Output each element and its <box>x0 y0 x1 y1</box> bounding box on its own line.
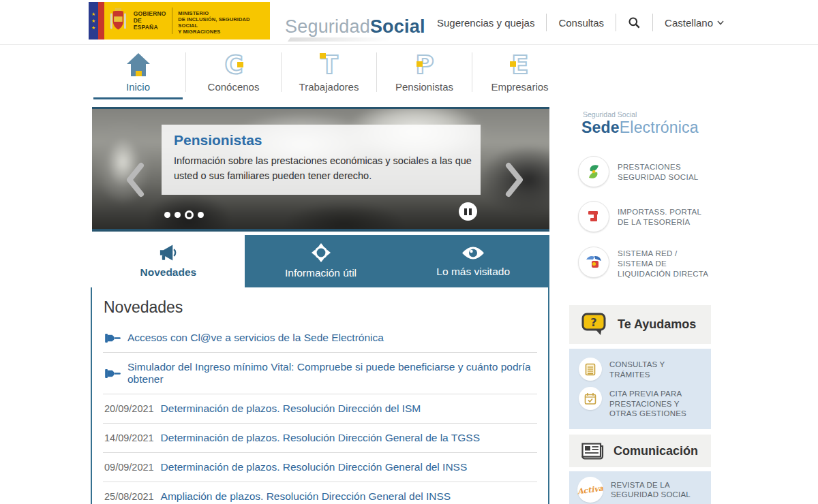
chevron-down-icon <box>717 20 724 25</box>
tab-label: Novedades <box>140 266 196 279</box>
newspaper-icon <box>581 442 604 460</box>
language-label: Castellano <box>665 17 713 29</box>
calendar-check-icon <box>579 387 602 410</box>
carousel-pause-button[interactable] <box>459 202 477 221</box>
page: ★★★ GOBIERNO DE ESPAÑA MINISTERIO DE INC… <box>0 0 818 504</box>
news-link[interactable]: Accesos con Cl@ve a servicios de la Sede… <box>127 332 384 344</box>
gobierno-line1: GOBIERNO <box>134 10 167 17</box>
te-ayudamos-header[interactable]: ? Te Ayudamos <box>569 305 711 344</box>
nav-label: Trabajadores <box>299 81 359 93</box>
service-label: PRESTACIONES SEGURIDAD SOCIAL <box>618 156 714 183</box>
service-sistema-red[interactable]: SISTEMA RED / SISTEMA DE LIQUIDACIÓN DIR… <box>578 247 714 279</box>
content-tabbar: Novedades Información útil Lo más visita… <box>92 235 549 287</box>
slide-text: Información sobre las prestaciones econó… <box>174 153 474 184</box>
carousel-dot-2[interactable] <box>175 212 181 218</box>
hero-carousel: Pensionistas Información sobre las prest… <box>92 107 549 232</box>
revista-item[interactable]: Activa REVISTA DE LA SEGURIDAD SOCIAL <box>577 477 704 503</box>
sede-electronica-logo[interactable]: Seguridad Social SedeElectrónica <box>581 110 699 137</box>
te-ayudamos-title: Te Ayudamos <box>618 317 696 332</box>
site-header: ★★★ GOBIERNO DE ESPAÑA MINISTERIO DE INC… <box>0 0 818 45</box>
letter-e-icon: E <box>506 46 534 78</box>
language-selector[interactable]: Castellano <box>665 17 724 29</box>
news-link[interactable]: Simulador del Ingreso mínimo Vital: Comp… <box>127 361 536 385</box>
dated-news-row: 14/09/2021 Determinación de plazos. Reso… <box>103 424 537 453</box>
brand-swoosh <box>288 37 417 42</box>
seguridad-social-logo[interactable]: SeguridadSocial <box>285 16 425 37</box>
ministerio-line2: DE INCLUSIÓN, SEGURIDAD SOCIAL <box>178 16 267 29</box>
help-item-cita-previa[interactable]: CITA PREVIA PARA PRESTACIONES Y OTRAS GE… <box>579 387 704 419</box>
news-link[interactable]: Determinación de plazos. Resolución Dire… <box>161 432 480 444</box>
nav-item-trabajadores[interactable]: T Trabajadores <box>282 46 376 99</box>
menu-consultas-link[interactable]: Consultas <box>558 17 604 29</box>
tab-novedades[interactable]: Novedades <box>92 235 245 287</box>
chevron-left-icon <box>125 162 145 198</box>
carousel-slide-card[interactable]: Pensionistas Información sobre las prest… <box>162 125 481 195</box>
revista-label: REVISTA DE LA SEGURIDAD SOCIAL <box>611 480 699 500</box>
help-item-label: CITA PREVIA PARA PRESTACIONES Y OTRAS GE… <box>609 387 704 419</box>
carousel-dot-4[interactable] <box>198 212 204 218</box>
notepad-icon <box>579 358 602 381</box>
comunicacion-items: Activa REVISTA DE LA SEGURIDAD SOCIAL <box>569 471 711 504</box>
sede-main-text: SedeElectrónica <box>581 119 699 137</box>
tab-informacion-util[interactable]: Información útil <box>245 235 397 287</box>
service-importass[interactable]: IMPORTASS. PORTAL DE LA TESORERÍA <box>578 201 714 232</box>
home-icon <box>125 46 152 78</box>
nav-item-empresarios[interactable]: E Empresarios <box>472 46 567 99</box>
dated-news-row: 20/09/2021 Determinación de plazos. Reso… <box>103 394 537 424</box>
letter-t-icon: T <box>316 46 343 78</box>
nav-item-inicio[interactable]: Inicio <box>91 46 185 99</box>
news-date: 25/08/2021 <box>104 491 154 502</box>
dated-news-row: 25/08/2021 Ampliación de plazos. Resoluc… <box>103 482 537 504</box>
comunicacion-title: Comunicación <box>614 444 698 458</box>
service-prestaciones[interactable]: PRESTACIONES SEGURIDAD SOCIAL <box>578 156 714 187</box>
carousel-dot-3-active[interactable] <box>185 210 194 219</box>
novedades-panel: Novedades Accesos con Cl@ve a servicios … <box>91 287 549 504</box>
menu-sugerencias-link[interactable]: Sugerencias y quejas <box>437 17 534 29</box>
nav-item-pensionistas[interactable]: P Pensionistas <box>377 46 472 99</box>
importass-icon <box>578 201 609 232</box>
nav-label: Inicio <box>126 81 150 93</box>
carousel-next-button[interactable] <box>504 162 525 200</box>
dated-news-row: 09/09/2021 Determinación de plazos. Reso… <box>103 453 537 482</box>
nav-label: Empresarios <box>491 81 548 93</box>
ministerio-line3: Y MIGRACIONES <box>178 29 267 35</box>
eu-stars-strip: ★★★ <box>89 2 98 40</box>
novedades-heading: Novedades <box>104 298 537 317</box>
news-link[interactable]: Determinación de plazos. Resolución Dire… <box>161 403 421 415</box>
gobierno-logo[interactable]: ★★★ GOBIERNO DE ESPAÑA MINISTERIO DE INC… <box>89 2 270 40</box>
tab-label: Lo más visitado <box>436 266 510 278</box>
pushpin-icon <box>104 368 121 379</box>
nav-item-conocenos[interactable]: C Conócenos <box>186 46 281 99</box>
help-item-consultas[interactable]: CONSULTAS Y TRÁMITES <box>579 358 704 381</box>
tab-lo-mas-visitado[interactable]: Lo más visitado <box>397 235 549 287</box>
activa-logo: Activa <box>577 477 603 503</box>
sistema-red-icon <box>578 247 609 278</box>
carousel-dot-1[interactable] <box>164 212 170 218</box>
ministerio-line1: MINISTERIO <box>178 10 267 16</box>
coat-of-arms-icon <box>108 6 128 35</box>
gobierno-line2: DE ESPAÑA <box>134 17 167 31</box>
slide-title: Pensionistas <box>174 132 468 148</box>
comunicacion-header[interactable]: Comunicación <box>569 435 711 467</box>
chevron-right-icon <box>504 162 525 198</box>
letter-c-icon: C <box>220 46 247 78</box>
pushpin-icon <box>104 332 121 344</box>
carousel-prev-button[interactable] <box>125 162 145 200</box>
question-bubble-icon: ? <box>581 312 608 337</box>
carousel-dots <box>164 210 204 219</box>
news-date: 09/09/2021 <box>104 462 154 473</box>
prestaciones-icon <box>578 156 609 187</box>
search-icon[interactable] <box>628 16 641 29</box>
news-link[interactable]: Determinación de plazos. Resolución Dire… <box>161 461 468 473</box>
pause-icon <box>464 208 467 215</box>
megaphone-icon <box>158 244 178 262</box>
svg-text:?: ? <box>590 316 596 329</box>
brand-bold: Social <box>370 16 425 37</box>
news-link[interactable]: Ampliación de plazos. Resolución Direcci… <box>161 490 451 503</box>
eye-icon <box>461 245 485 261</box>
service-label: SISTEMA RED / SISTEMA DE LIQUIDACIÓN DIR… <box>618 247 714 279</box>
pinned-news-row: Simulador del Ingreso mínimo Vital: Comp… <box>103 353 537 394</box>
letter-p-icon: P <box>411 46 438 78</box>
menu-separator <box>546 14 547 31</box>
ministerio-text: MINISTERIO DE INCLUSIÓN, SEGURIDAD SOCIA… <box>174 2 270 40</box>
